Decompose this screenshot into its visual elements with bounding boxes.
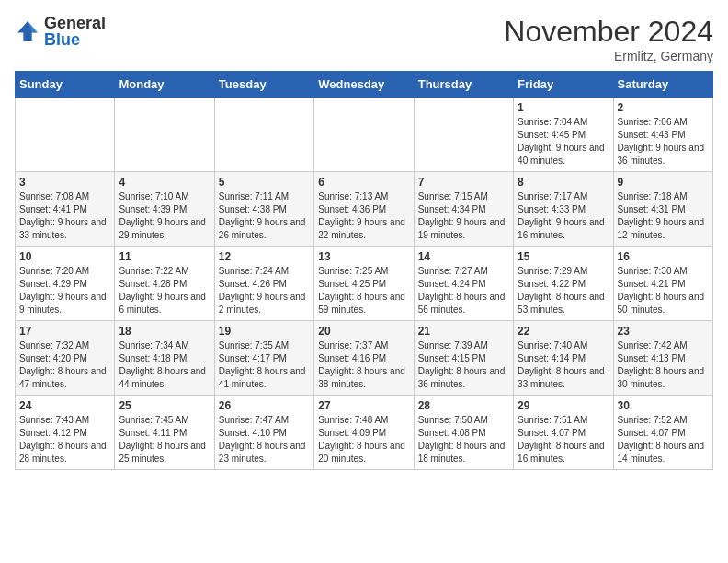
weekday-header-sunday: Sunday bbox=[16, 72, 115, 98]
day-cell-30: 30Sunrise: 7:52 AM Sunset: 4:07 PM Dayli… bbox=[613, 396, 712, 470]
day-cell-15: 15Sunrise: 7:29 AM Sunset: 4:22 PM Dayli… bbox=[514, 247, 613, 321]
day-info-9: Sunrise: 7:18 AM Sunset: 4:31 PM Dayligh… bbox=[618, 190, 709, 242]
location: Ermlitz, Germany bbox=[504, 49, 713, 63]
day-cell-17: 17Sunrise: 7:32 AM Sunset: 4:20 PM Dayli… bbox=[16, 321, 115, 396]
day-number-17: 17 bbox=[19, 325, 110, 338]
logo-icon bbox=[15, 18, 40, 44]
day-number-1: 1 bbox=[518, 101, 609, 114]
day-info-1: Sunrise: 7:04 AM Sunset: 4:45 PM Dayligh… bbox=[518, 116, 609, 167]
empty-cell bbox=[314, 98, 414, 172]
day-cell-2: 2Sunrise: 7:06 AM Sunset: 4:43 PM Daylig… bbox=[613, 98, 712, 172]
day-number-24: 24 bbox=[19, 399, 110, 412]
day-cell-21: 21Sunrise: 7:39 AM Sunset: 4:15 PM Dayli… bbox=[414, 321, 513, 396]
day-info-13: Sunrise: 7:25 AM Sunset: 4:25 PM Dayligh… bbox=[318, 265, 409, 316]
day-info-6: Sunrise: 7:13 AM Sunset: 4:36 PM Dayligh… bbox=[318, 190, 409, 242]
day-info-11: Sunrise: 7:22 AM Sunset: 4:28 PM Dayligh… bbox=[119, 265, 210, 316]
day-info-28: Sunrise: 7:50 AM Sunset: 4:08 PM Dayligh… bbox=[418, 414, 509, 465]
day-number-25: 25 bbox=[119, 399, 210, 412]
weekday-header-thursday: Thursday bbox=[414, 72, 513, 98]
day-number-15: 15 bbox=[518, 250, 609, 263]
day-number-9: 9 bbox=[618, 176, 709, 189]
day-info-21: Sunrise: 7:39 AM Sunset: 4:15 PM Dayligh… bbox=[418, 339, 509, 391]
day-cell-29: 29Sunrise: 7:51 AM Sunset: 4:07 PM Dayli… bbox=[514, 396, 613, 470]
day-number-6: 6 bbox=[318, 176, 409, 189]
day-cell-22: 22Sunrise: 7:40 AM Sunset: 4:14 PM Dayli… bbox=[514, 321, 613, 396]
day-cell-27: 27Sunrise: 7:48 AM Sunset: 4:09 PM Dayli… bbox=[314, 396, 414, 470]
day-cell-6: 6Sunrise: 7:13 AM Sunset: 4:36 PM Daylig… bbox=[314, 172, 414, 247]
empty-cell bbox=[16, 98, 115, 172]
day-cell-4: 4Sunrise: 7:10 AM Sunset: 4:39 PM Daylig… bbox=[115, 172, 214, 247]
logo-blue-text: Blue bbox=[44, 30, 80, 49]
day-number-26: 26 bbox=[219, 399, 310, 412]
day-number-22: 22 bbox=[518, 325, 609, 338]
day-info-18: Sunrise: 7:34 AM Sunset: 4:18 PM Dayligh… bbox=[119, 339, 210, 391]
day-info-25: Sunrise: 7:45 AM Sunset: 4:11 PM Dayligh… bbox=[119, 414, 210, 465]
day-cell-14: 14Sunrise: 7:27 AM Sunset: 4:24 PM Dayli… bbox=[414, 247, 513, 321]
day-number-14: 14 bbox=[418, 250, 509, 263]
day-info-29: Sunrise: 7:51 AM Sunset: 4:07 PM Dayligh… bbox=[518, 414, 609, 465]
logo: General Blue bbox=[15, 15, 106, 48]
week-row-5: 24Sunrise: 7:43 AM Sunset: 4:12 PM Dayli… bbox=[16, 396, 713, 470]
day-number-16: 16 bbox=[618, 250, 709, 263]
page-header: General Blue November 2024 Ermlitz, Germ… bbox=[15, 15, 713, 63]
day-cell-12: 12Sunrise: 7:24 AM Sunset: 4:26 PM Dayli… bbox=[214, 247, 313, 321]
day-cell-20: 20Sunrise: 7:37 AM Sunset: 4:16 PM Dayli… bbox=[314, 321, 414, 396]
weekday-header-tuesday: Tuesday bbox=[214, 72, 313, 98]
day-cell-28: 28Sunrise: 7:50 AM Sunset: 4:08 PM Dayli… bbox=[414, 396, 513, 470]
day-info-14: Sunrise: 7:27 AM Sunset: 4:24 PM Dayligh… bbox=[418, 265, 509, 316]
day-number-29: 29 bbox=[518, 399, 609, 412]
day-cell-13: 13Sunrise: 7:25 AM Sunset: 4:25 PM Dayli… bbox=[314, 247, 414, 321]
day-number-28: 28 bbox=[418, 399, 509, 412]
day-number-27: 27 bbox=[318, 399, 409, 412]
day-number-19: 19 bbox=[219, 325, 310, 338]
day-number-20: 20 bbox=[318, 325, 409, 338]
day-info-7: Sunrise: 7:15 AM Sunset: 4:34 PM Dayligh… bbox=[418, 190, 509, 242]
empty-cell bbox=[214, 98, 313, 172]
week-row-1: 1Sunrise: 7:04 AM Sunset: 4:45 PM Daylig… bbox=[16, 98, 713, 172]
day-info-4: Sunrise: 7:10 AM Sunset: 4:39 PM Dayligh… bbox=[119, 190, 210, 242]
day-number-11: 11 bbox=[119, 250, 210, 263]
day-number-13: 13 bbox=[318, 250, 409, 263]
empty-cell bbox=[414, 98, 513, 172]
week-row-4: 17Sunrise: 7:32 AM Sunset: 4:20 PM Dayli… bbox=[16, 321, 713, 396]
weekday-header-monday: Monday bbox=[115, 72, 214, 98]
day-cell-18: 18Sunrise: 7:34 AM Sunset: 4:18 PM Dayli… bbox=[115, 321, 214, 396]
day-number-4: 4 bbox=[119, 176, 210, 189]
day-cell-7: 7Sunrise: 7:15 AM Sunset: 4:34 PM Daylig… bbox=[414, 172, 513, 247]
day-cell-26: 26Sunrise: 7:47 AM Sunset: 4:10 PM Dayli… bbox=[214, 396, 313, 470]
day-cell-5: 5Sunrise: 7:11 AM Sunset: 4:38 PM Daylig… bbox=[214, 172, 313, 247]
day-info-2: Sunrise: 7:06 AM Sunset: 4:43 PM Dayligh… bbox=[618, 116, 709, 167]
weekday-header-wednesday: Wednesday bbox=[314, 72, 414, 98]
day-cell-24: 24Sunrise: 7:43 AM Sunset: 4:12 PM Dayli… bbox=[16, 396, 115, 470]
day-number-3: 3 bbox=[19, 176, 110, 189]
day-cell-16: 16Sunrise: 7:30 AM Sunset: 4:21 PM Dayli… bbox=[613, 247, 712, 321]
day-info-15: Sunrise: 7:29 AM Sunset: 4:22 PM Dayligh… bbox=[518, 265, 609, 316]
day-number-2: 2 bbox=[618, 101, 709, 114]
day-cell-19: 19Sunrise: 7:35 AM Sunset: 4:17 PM Dayli… bbox=[214, 321, 313, 396]
day-info-16: Sunrise: 7:30 AM Sunset: 4:21 PM Dayligh… bbox=[618, 265, 709, 316]
week-row-3: 10Sunrise: 7:20 AM Sunset: 4:29 PM Dayli… bbox=[16, 247, 713, 321]
day-number-12: 12 bbox=[219, 250, 310, 263]
day-info-23: Sunrise: 7:42 AM Sunset: 4:13 PM Dayligh… bbox=[618, 339, 709, 391]
day-cell-25: 25Sunrise: 7:45 AM Sunset: 4:11 PM Dayli… bbox=[115, 396, 214, 470]
month-title: November 2024 bbox=[504, 15, 713, 49]
logo-general-text: General bbox=[44, 14, 106, 32]
day-info-10: Sunrise: 7:20 AM Sunset: 4:29 PM Dayligh… bbox=[19, 265, 110, 316]
day-info-27: Sunrise: 7:48 AM Sunset: 4:09 PM Dayligh… bbox=[318, 414, 409, 465]
day-info-30: Sunrise: 7:52 AM Sunset: 4:07 PM Dayligh… bbox=[618, 414, 709, 465]
day-cell-1: 1Sunrise: 7:04 AM Sunset: 4:45 PM Daylig… bbox=[514, 98, 613, 172]
day-info-8: Sunrise: 7:17 AM Sunset: 4:33 PM Dayligh… bbox=[518, 190, 609, 242]
day-number-21: 21 bbox=[418, 325, 509, 338]
day-cell-9: 9Sunrise: 7:18 AM Sunset: 4:31 PM Daylig… bbox=[613, 172, 712, 247]
day-number-18: 18 bbox=[119, 325, 210, 338]
day-info-19: Sunrise: 7:35 AM Sunset: 4:17 PM Dayligh… bbox=[219, 339, 310, 391]
day-info-3: Sunrise: 7:08 AM Sunset: 4:41 PM Dayligh… bbox=[19, 190, 110, 242]
calendar-table: SundayMondayTuesdayWednesdayThursdayFrid… bbox=[15, 71, 713, 470]
day-number-10: 10 bbox=[19, 250, 110, 263]
weekday-header-saturday: Saturday bbox=[613, 72, 712, 98]
day-cell-3: 3Sunrise: 7:08 AM Sunset: 4:41 PM Daylig… bbox=[16, 172, 115, 247]
day-cell-23: 23Sunrise: 7:42 AM Sunset: 4:13 PM Dayli… bbox=[613, 321, 712, 396]
day-info-5: Sunrise: 7:11 AM Sunset: 4:38 PM Dayligh… bbox=[219, 190, 310, 242]
day-cell-10: 10Sunrise: 7:20 AM Sunset: 4:29 PM Dayli… bbox=[16, 247, 115, 321]
empty-cell bbox=[115, 98, 214, 172]
